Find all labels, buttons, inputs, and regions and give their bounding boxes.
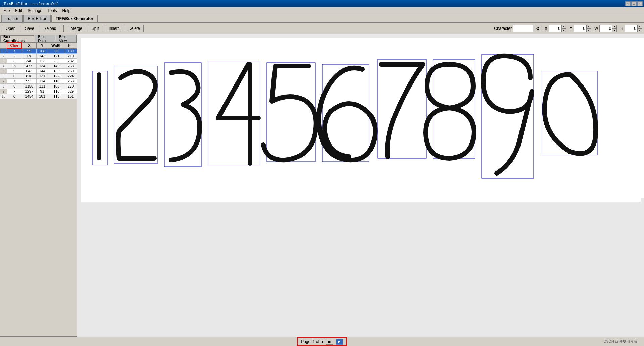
y-group: ▲ ▼ — [574, 25, 591, 32]
x-spin: ▲ ▼ — [561, 25, 566, 32]
row-h: 329 — [65, 89, 77, 94]
h-down[interactable]: ▼ — [637, 28, 642, 32]
table-row[interactable]: 8 8 1156 111 103 270 — [0, 84, 77, 89]
row-w: 118 — [48, 94, 65, 99]
minimize-button[interactable]: − — [625, 1, 631, 6]
row-h: 151 — [65, 94, 77, 99]
h-input[interactable] — [625, 25, 637, 32]
w-down[interactable]: ▼ — [612, 28, 617, 32]
table-row[interactable]: 5 5 643 144 135 250 — [0, 69, 77, 74]
col-h: H... — [65, 42, 77, 48]
menu-edit[interactable]: Edit — [12, 8, 25, 14]
merge-button[interactable]: Merge — [67, 25, 86, 32]
col-y: Y — [36, 42, 48, 48]
menu-settings[interactable]: Settings — [25, 8, 45, 14]
reload-button[interactable]: Reload — [40, 25, 60, 32]
table-row[interactable]: 7 7 992 114 110 253 — [0, 79, 77, 84]
row-char: 7 — [7, 79, 22, 84]
tab-trainer[interactable]: Trainer — [1, 15, 23, 22]
row-char: 0 — [7, 94, 22, 99]
tab-tiff-box[interactable]: TIFF/Box Generator — [51, 15, 98, 22]
row-char: 2 — [7, 54, 22, 59]
character-input[interactable] — [513, 25, 533, 32]
w-group: ▲ ▼ — [599, 25, 617, 32]
col-char: Char — [7, 42, 22, 48]
row-w: 116 — [48, 89, 65, 94]
canvas-area — [81, 38, 641, 202]
delete-button[interactable]: Delete — [125, 25, 144, 32]
w-label: W — [594, 26, 598, 31]
close-button[interactable]: ✕ — [637, 1, 643, 6]
row-h: 282 — [65, 59, 77, 64]
maximize-button[interactable]: □ — [631, 1, 637, 6]
x-up[interactable]: ▲ — [561, 25, 566, 28]
menu-bar: File Edit Settings Tools Help — [0, 7, 644, 14]
left-panel: Box Coordinates Box Data Box View Char X… — [0, 34, 77, 346]
h-group: ▲ ▼ — [625, 25, 642, 32]
y-up[interactable]: ▲ — [586, 25, 591, 28]
row-char: 8 — [7, 84, 22, 89]
save-button[interactable]: Save — [21, 25, 38, 32]
row-num: 2 — [0, 54, 7, 59]
table-row[interactable]: 9 7 1297 91 116 329 — [0, 89, 77, 94]
row-h: 210 — [65, 54, 77, 59]
title-bar: jTessBoxEditor - num.font.exp0.tif − □ ✕ — [0, 0, 644, 7]
page-next-button[interactable]: ▶ — [336, 339, 343, 345]
y-input[interactable] — [574, 25, 586, 32]
h-up[interactable]: ▲ — [637, 25, 642, 28]
x-down[interactable]: ▼ — [561, 28, 566, 32]
col-width: Width — [48, 42, 65, 48]
row-x: 643 — [22, 69, 36, 74]
row-x: 59 — [22, 48, 36, 54]
table-row[interactable]: 6 6 818 131 122 224 — [0, 74, 77, 79]
row-h: 180 — [65, 48, 77, 54]
row-x: 1156 — [22, 84, 36, 89]
row-num: 3 — [0, 59, 7, 64]
tab-box-editor[interactable]: Box Editor — [23, 15, 51, 22]
main-area[interactable] — [77, 34, 644, 346]
menu-help[interactable]: Help — [59, 8, 73, 14]
row-h: 270 — [65, 84, 77, 89]
table-row[interactable]: 2 2 178 143 121 210 — [0, 54, 77, 59]
sub-tab-box-coordinates[interactable]: Box Coordinates — [0, 35, 34, 42]
row-num: 5 — [0, 69, 7, 74]
row-x: 1454 — [22, 94, 36, 99]
row-w: 85 — [48, 59, 65, 64]
app-container: Open Save Reload Merge Split Insert Dele… — [0, 23, 644, 346]
row-char: t — [7, 48, 22, 54]
row-w: 30 — [48, 48, 65, 54]
page-prev-button[interactable]: ◼ — [326, 339, 333, 345]
x-label: X — [545, 26, 547, 31]
row-x: 340 — [22, 59, 36, 64]
row-num: 1 — [0, 48, 7, 54]
char-coords-group: Character ⚙ X ▲ ▼ Y ▲ ▼ W — [494, 25, 642, 32]
gear-icon[interactable]: ⚙ — [535, 25, 541, 32]
page-indicator: Page: 1 of 5 ◼ ▶ — [297, 337, 347, 346]
row-x: 178 — [22, 54, 36, 59]
row-y: 144 — [36, 69, 48, 74]
table-row[interactable]: 1 t 59 168 30 180 — [0, 48, 77, 54]
table-body: 1 t 59 168 30 180 2 2 178 143 121 210 3 … — [0, 48, 77, 99]
y-down[interactable]: ▼ — [586, 28, 591, 32]
menu-file[interactable]: File — [1, 8, 12, 14]
row-x: 992 — [22, 79, 36, 84]
data-table-container[interactable]: Char X Y Width H... 1 t 59 168 30 180 2 … — [0, 42, 77, 336]
row-char: 3 — [7, 59, 22, 64]
content-area: Box Coordinates Box Data Box View Char X… — [0, 34, 644, 346]
w-up[interactable]: ▲ — [612, 25, 617, 28]
sub-tab-box-data[interactable]: Box Data — [35, 35, 55, 42]
table-row[interactable]: 10 0 1454 181 118 151 — [0, 94, 77, 99]
sub-tab-bar: Box Coordinates Box Data Box View — [0, 34, 77, 42]
insert-button[interactable]: Insert — [105, 25, 122, 32]
table-row[interactable]: 3 3 340 123 85 282 — [0, 59, 77, 64]
status-bar: Page: 1 of 5 ◼ ▶ CSDN @仲夏那片海 — [0, 337, 644, 346]
open-button[interactable]: Open — [2, 25, 19, 32]
menu-tools[interactable]: Tools — [45, 8, 59, 14]
table-row[interactable]: 4 % 477 134 145 268 — [0, 64, 77, 69]
split-button[interactable]: Split — [88, 25, 103, 32]
w-input[interactable] — [599, 25, 612, 32]
row-char: 7 — [7, 89, 22, 94]
sub-tab-box-view[interactable]: Box View — [56, 35, 77, 42]
row-y: 134 — [36, 64, 48, 69]
x-input[interactable] — [549, 25, 561, 32]
